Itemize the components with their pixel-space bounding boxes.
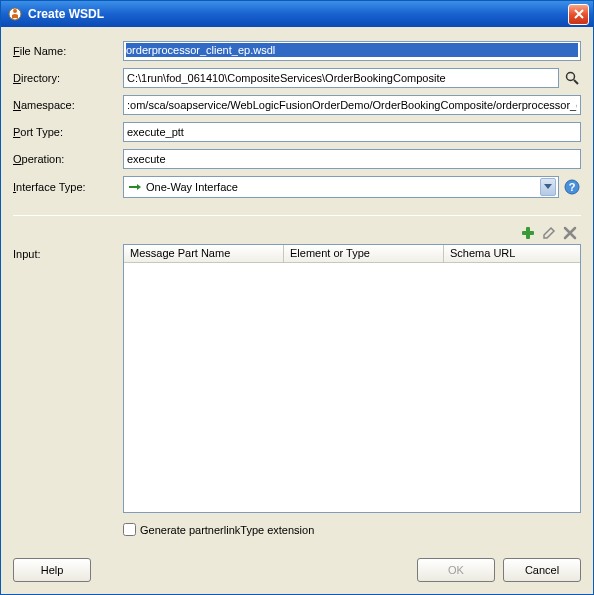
delete-icon[interactable]: [561, 224, 579, 242]
cancel-button[interactable]: Cancel: [503, 558, 581, 582]
directory-input[interactable]: [123, 68, 559, 88]
directory-label: Directory:: [13, 72, 123, 84]
window-title: Create WSDL: [28, 7, 568, 21]
svg-marker-6: [544, 184, 552, 189]
input-table[interactable]: Message Part Name Element or Type Schema…: [123, 244, 581, 513]
table-header: Message Part Name Element or Type Schema…: [124, 245, 580, 263]
svg-point-1: [13, 9, 17, 13]
input-label: Input:: [13, 224, 123, 540]
file-name-input[interactable]: orderprocessor_client_ep.wsdl: [123, 41, 581, 61]
help-button[interactable]: Help: [13, 558, 91, 582]
create-wsdl-dialog: Create WSDL File Name: orderprocessor_cl…: [0, 0, 594, 595]
port-type-label: Port Type:: [13, 126, 123, 138]
ok-button[interactable]: OK: [417, 558, 495, 582]
interface-type-label: Interface Type:: [13, 181, 123, 193]
app-icon: [7, 6, 23, 22]
browse-icon[interactable]: [563, 69, 581, 87]
operation-input[interactable]: [123, 149, 581, 169]
col-schema-url[interactable]: Schema URL: [444, 245, 580, 262]
help-icon[interactable]: ?: [563, 178, 581, 196]
namespace-input[interactable]: [123, 95, 581, 115]
svg-point-2: [567, 73, 575, 81]
table-body: [124, 263, 580, 512]
svg-rect-10: [522, 231, 534, 235]
footer: Help OK Cancel: [1, 550, 593, 594]
namespace-label: Namespace:: [13, 99, 123, 111]
edit-icon[interactable]: [540, 224, 558, 242]
chevron-down-icon: [540, 178, 556, 196]
svg-marker-5: [137, 184, 141, 190]
interface-type-combo[interactable]: One-Way Interface: [123, 176, 559, 198]
content-area: File Name: orderprocessor_client_ep.wsdl…: [1, 27, 593, 550]
col-element-type[interactable]: Element or Type: [284, 245, 444, 262]
oneway-icon: [128, 180, 142, 194]
generate-partnerlink-checkbox[interactable]: [123, 523, 136, 536]
table-toolbar: [123, 224, 581, 242]
svg-line-3: [574, 80, 578, 84]
close-button[interactable]: [568, 4, 589, 25]
svg-text:?: ?: [569, 181, 576, 193]
titlebar: Create WSDL: [1, 1, 593, 27]
col-message-part[interactable]: Message Part Name: [124, 245, 284, 262]
divider: [13, 215, 581, 216]
add-icon[interactable]: [519, 224, 537, 242]
operation-label: Operation:: [13, 153, 123, 165]
generate-partnerlink-label[interactable]: Generate partnerlinkType extension: [140, 524, 314, 536]
port-type-input[interactable]: [123, 122, 581, 142]
file-name-label: File Name:: [13, 45, 123, 57]
